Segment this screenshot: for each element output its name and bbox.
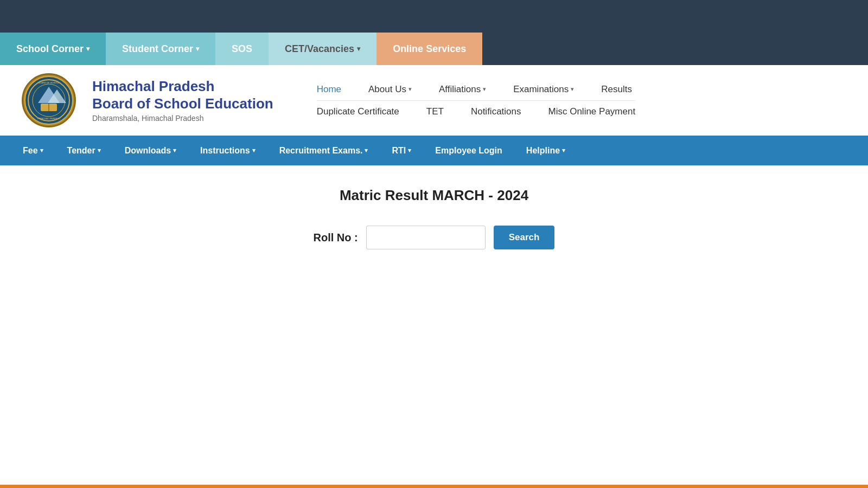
blue-nav-employee-login[interactable]: Employee Login xyxy=(423,136,514,165)
chevron-down-icon: ▾ xyxy=(571,86,574,93)
search-button[interactable]: Search xyxy=(494,226,555,249)
blue-nav-tender[interactable]: Tender ▾ xyxy=(55,136,113,165)
nav-duplicate-certificate[interactable]: Duplicate Certificate xyxy=(317,106,399,117)
org-location: Dharamshala, Himachal Pradesh xyxy=(92,114,273,123)
page-title: Matric Result MARCH - 2024 xyxy=(340,187,528,204)
roll-no-input[interactable] xyxy=(366,226,486,249)
blue-nav-downloads[interactable]: Downloads ▾ xyxy=(113,136,188,165)
roll-no-label: Roll No : xyxy=(314,232,358,244)
chevron-down-icon: ▾ xyxy=(409,86,412,93)
chevron-down-icon: ▾ xyxy=(40,147,43,154)
blue-nav: Fee ▾ Tender ▾ Downloads ▾ Instructions … xyxy=(0,136,868,165)
blue-nav-fee[interactable]: Fee ▾ xyxy=(11,136,55,165)
org-info: Himachal Pradesh Board of School Educati… xyxy=(92,78,273,122)
nav-school-corner[interactable]: School Corner ▾ xyxy=(0,33,106,65)
org-name-line2: Board of School Education xyxy=(92,95,273,112)
logo-area: HIMACHAL PRADESH BOARD OF SCHOOL Himacha… xyxy=(22,73,273,127)
chevron-down-icon: ▾ xyxy=(98,147,101,154)
chevron-down-icon: ▾ xyxy=(483,86,486,93)
blue-nav-rti[interactable]: RTI ▾ xyxy=(380,136,423,165)
org-logo: HIMACHAL PRADESH BOARD OF SCHOOL xyxy=(22,73,76,127)
nav-tet[interactable]: TET xyxy=(426,106,444,117)
header: HIMACHAL PRADESH BOARD OF SCHOOL Himacha… xyxy=(0,65,868,136)
blue-nav-helpline[interactable]: Helpline ▾ xyxy=(514,136,577,165)
nav-examinations[interactable]: Examinations ▾ xyxy=(513,84,574,95)
nav-cet-vacancies[interactable]: CET/Vacancies ▾ xyxy=(269,33,376,65)
search-row: Roll No : Search xyxy=(314,226,555,249)
chevron-down-icon: ▾ xyxy=(408,147,411,154)
nav-student-corner[interactable]: Student Corner ▾ xyxy=(106,33,215,65)
top-nav: School Corner ▾ Student Corner ▾ SOS CET… xyxy=(0,33,868,65)
svg-text:HIMACHAL PRADESH: HIMACHAL PRADESH xyxy=(37,117,60,120)
chevron-down-icon: ▾ xyxy=(365,147,368,154)
nav-affiliations[interactable]: Affiliations ▾ xyxy=(439,84,486,95)
nav-notifications[interactable]: Notifications xyxy=(471,106,521,117)
svg-text:BOARD OF SCHOOL: BOARD OF SCHOOL xyxy=(38,81,60,84)
nav-online-services[interactable]: Online Services xyxy=(376,33,482,65)
nav-home[interactable]: Home xyxy=(317,84,341,95)
chevron-down-icon: ▾ xyxy=(86,45,90,53)
sec-nav-row-1: Home About Us ▾ Affiliations ▾ Examinati… xyxy=(317,79,635,101)
nav-misc-online-payment[interactable]: Misc Online Payment xyxy=(548,106,636,117)
main-content: Matric Result MARCH - 2024 Roll No : Sea… xyxy=(0,165,868,271)
nav-results[interactable]: Results xyxy=(601,84,632,95)
chevron-down-icon: ▾ xyxy=(357,45,360,53)
pre-header xyxy=(0,0,868,33)
sec-nav-row-2: Duplicate Certificate TET Notifications … xyxy=(317,101,635,123)
blue-nav-instructions[interactable]: Instructions ▾ xyxy=(188,136,267,165)
org-name-line1: Himachal Pradesh xyxy=(92,78,273,95)
chevron-down-icon: ▾ xyxy=(173,147,176,154)
bottom-border xyxy=(0,485,868,488)
nav-sos[interactable]: SOS xyxy=(215,33,269,65)
chevron-down-icon: ▾ xyxy=(252,147,256,154)
chevron-down-icon: ▾ xyxy=(562,147,565,154)
chevron-down-icon: ▾ xyxy=(196,45,199,53)
secondary-nav: Home About Us ▾ Affiliations ▾ Examinati… xyxy=(317,79,635,123)
nav-about-us[interactable]: About Us ▾ xyxy=(368,84,412,95)
blue-nav-recruitment-exams[interactable]: Recruitment Exams. ▾ xyxy=(267,136,380,165)
